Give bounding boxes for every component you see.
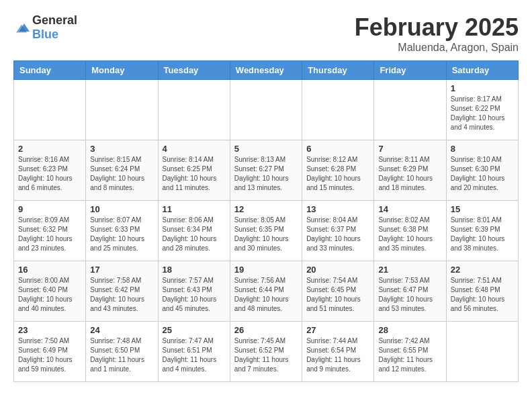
calendar-cell [374,80,446,140]
day-number: 4 [163,144,226,154]
calendar-cell [302,80,374,140]
calendar-week-1: 1Sunrise: 8:17 AM Sunset: 6:22 PM Daylig… [14,80,519,140]
calendar-table: SundayMondayTuesdayWednesdayThursdayFrid… [13,60,519,382]
calendar-cell: 23Sunrise: 7:50 AM Sunset: 6:49 PM Dayli… [14,322,86,382]
calendar-cell: 28Sunrise: 7:42 AM Sunset: 6:55 PM Dayli… [374,322,446,382]
day-info: Sunrise: 8:01 AM Sunset: 6:39 PM Dayligh… [451,216,514,253]
calendar-header-tuesday: Tuesday [158,61,230,80]
day-info: Sunrise: 8:00 AM Sunset: 6:40 PM Dayligh… [18,276,81,314]
day-info: Sunrise: 7:58 AM Sunset: 6:42 PM Dayligh… [90,276,153,314]
calendar-week-4: 16Sunrise: 8:00 AM Sunset: 6:40 PM Dayli… [14,261,519,322]
day-info: Sunrise: 8:13 AM Sunset: 6:27 PM Dayligh… [234,155,298,193]
calendar-cell: 22Sunrise: 7:51 AM Sunset: 6:48 PM Dayli… [446,261,518,322]
calendar-header-sunday: Sunday [14,61,86,80]
day-number: 22 [451,265,514,275]
day-number: 9 [18,204,81,214]
calendar-cell: 5Sunrise: 8:13 AM Sunset: 6:27 PM Daylig… [230,140,302,201]
logo-icon [13,21,30,34]
day-info: Sunrise: 7:57 AM Sunset: 6:43 PM Dayligh… [163,276,226,314]
day-number: 23 [18,325,81,335]
calendar-header-thursday: Thursday [302,61,374,80]
header: General Blue February 2025 Maluenda, Ara… [13,13,519,54]
calendar-week-2: 2Sunrise: 8:16 AM Sunset: 6:23 PM Daylig… [14,140,519,201]
calendar-cell [158,80,230,140]
calendar-cell: 11Sunrise: 8:06 AM Sunset: 6:34 PM Dayli… [158,201,230,261]
calendar-cell: 1Sunrise: 8:17 AM Sunset: 6:22 PM Daylig… [446,80,518,140]
day-number: 16 [18,265,81,275]
day-info: Sunrise: 8:17 AM Sunset: 6:22 PM Dayligh… [451,95,514,132]
calendar-header-saturday: Saturday [446,61,518,80]
day-number: 8 [451,144,514,154]
calendar-cell: 25Sunrise: 7:47 AM Sunset: 6:51 PM Dayli… [158,322,230,382]
day-number: 2 [18,144,81,154]
day-number: 26 [234,325,298,335]
calendar-cell: 9Sunrise: 8:09 AM Sunset: 6:32 PM Daylig… [14,201,86,261]
calendar-week-3: 9Sunrise: 8:09 AM Sunset: 6:32 PM Daylig… [14,201,519,261]
day-number: 12 [234,204,298,214]
page-subtitle: Maluenda, Aragon, Spain [355,42,519,54]
day-number: 1 [451,83,514,93]
calendar-cell: 15Sunrise: 8:01 AM Sunset: 6:39 PM Dayli… [446,201,518,261]
day-info: Sunrise: 7:45 AM Sunset: 6:52 PM Dayligh… [234,336,298,374]
day-number: 15 [451,204,514,214]
day-info: Sunrise: 8:02 AM Sunset: 6:38 PM Dayligh… [378,216,441,253]
calendar-cell: 16Sunrise: 8:00 AM Sunset: 6:40 PM Dayli… [14,261,86,322]
page-title: February 2025 [355,13,519,42]
day-number: 13 [306,204,369,214]
day-number: 28 [378,325,441,335]
day-info: Sunrise: 7:50 AM Sunset: 6:49 PM Dayligh… [18,336,81,374]
day-info: Sunrise: 8:07 AM Sunset: 6:33 PM Dayligh… [90,216,153,253]
day-number: 18 [163,265,226,275]
calendar-header-monday: Monday [86,61,158,80]
day-info: Sunrise: 8:06 AM Sunset: 6:34 PM Dayligh… [163,216,226,253]
calendar-week-5: 23Sunrise: 7:50 AM Sunset: 6:49 PM Dayli… [14,322,519,382]
calendar-cell: 13Sunrise: 8:04 AM Sunset: 6:37 PM Dayli… [302,201,374,261]
calendar-cell: 21Sunrise: 7:53 AM Sunset: 6:47 PM Dayli… [374,261,446,322]
calendar-cell: 20Sunrise: 7:54 AM Sunset: 6:45 PM Dayli… [302,261,374,322]
calendar-cell: 4Sunrise: 8:14 AM Sunset: 6:25 PM Daylig… [158,140,230,201]
logo-general: General [32,13,77,27]
calendar-cell: 7Sunrise: 8:11 AM Sunset: 6:29 PM Daylig… [374,140,446,201]
calendar-cell: 6Sunrise: 8:12 AM Sunset: 6:28 PM Daylig… [302,140,374,201]
calendar-cell: 27Sunrise: 7:44 AM Sunset: 6:54 PM Dayli… [302,322,374,382]
day-info: Sunrise: 8:12 AM Sunset: 6:28 PM Dayligh… [306,155,369,193]
day-info: Sunrise: 8:14 AM Sunset: 6:25 PM Dayligh… [163,155,226,193]
day-info: Sunrise: 8:05 AM Sunset: 6:35 PM Dayligh… [234,216,298,253]
day-info: Sunrise: 7:53 AM Sunset: 6:47 PM Dayligh… [378,276,441,314]
day-info: Sunrise: 7:44 AM Sunset: 6:54 PM Dayligh… [306,336,369,374]
day-number: 6 [306,144,369,154]
day-number: 27 [306,325,369,335]
calendar-cell: 8Sunrise: 8:10 AM Sunset: 6:30 PM Daylig… [446,140,518,201]
day-info: Sunrise: 8:11 AM Sunset: 6:29 PM Dayligh… [378,155,441,193]
calendar-cell [86,80,158,140]
calendar-cell: 17Sunrise: 7:58 AM Sunset: 6:42 PM Dayli… [86,261,158,322]
day-info: Sunrise: 8:15 AM Sunset: 6:24 PM Dayligh… [90,155,153,193]
calendar-cell: 3Sunrise: 8:15 AM Sunset: 6:24 PM Daylig… [86,140,158,201]
day-number: 5 [234,144,298,154]
calendar-cell: 18Sunrise: 7:57 AM Sunset: 6:43 PM Dayli… [158,261,230,322]
day-info: Sunrise: 7:42 AM Sunset: 6:55 PM Dayligh… [378,336,441,374]
calendar-cell: 2Sunrise: 8:16 AM Sunset: 6:23 PM Daylig… [14,140,86,201]
day-info: Sunrise: 7:56 AM Sunset: 6:44 PM Dayligh… [234,276,298,314]
day-number: 14 [378,204,441,214]
day-number: 10 [90,204,153,214]
calendar-cell: 24Sunrise: 7:48 AM Sunset: 6:50 PM Dayli… [86,322,158,382]
calendar-cell: 19Sunrise: 7:56 AM Sunset: 6:44 PM Dayli… [230,261,302,322]
day-number: 25 [163,325,226,335]
day-info: Sunrise: 8:04 AM Sunset: 6:37 PM Dayligh… [306,216,369,253]
day-info: Sunrise: 7:48 AM Sunset: 6:50 PM Dayligh… [90,336,153,374]
calendar-cell [14,80,86,140]
day-number: 21 [378,265,441,275]
logo: General Blue [13,13,77,42]
calendar-header-wednesday: Wednesday [230,61,302,80]
calendar-header-row: SundayMondayTuesdayWednesdayThursdayFrid… [14,61,519,80]
day-number: 11 [163,204,226,214]
day-info: Sunrise: 7:51 AM Sunset: 6:48 PM Dayligh… [451,276,514,314]
day-info: Sunrise: 7:54 AM Sunset: 6:45 PM Dayligh… [306,276,369,314]
calendar-header-friday: Friday [374,61,446,80]
calendar-cell: 12Sunrise: 8:05 AM Sunset: 6:35 PM Dayli… [230,201,302,261]
title-section: February 2025 Maluenda, Aragon, Spain [355,13,519,54]
day-info: Sunrise: 8:09 AM Sunset: 6:32 PM Dayligh… [18,216,81,253]
day-number: 17 [90,265,153,275]
calendar-cell [446,322,518,382]
